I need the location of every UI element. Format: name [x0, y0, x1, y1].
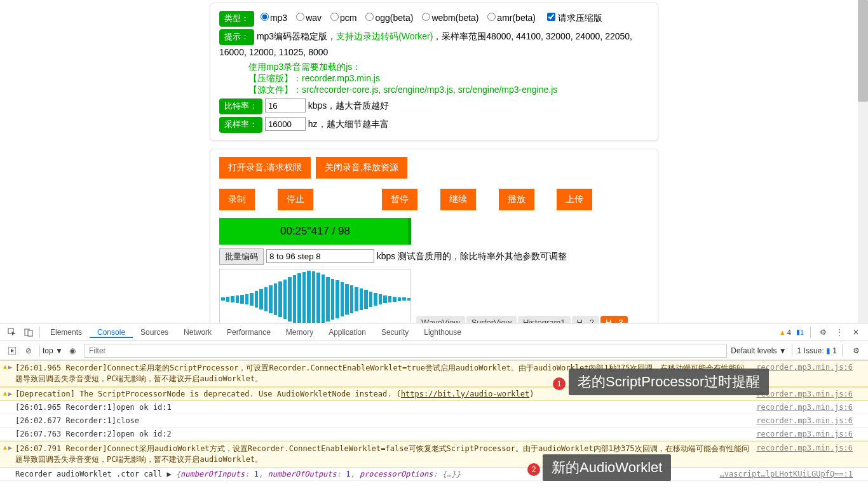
- pause-button[interactable]: 暂停: [382, 189, 417, 210]
- log-link[interactable]: https://bit.ly/audio-worklet: [401, 390, 529, 398]
- console-log-warn[interactable]: ▶[26:01.965 Recorder]Connect采用老的ScriptPr…: [0, 360, 868, 387]
- expand-arrow-icon[interactable]: ▶: [8, 444, 12, 451]
- js-needed-title: 使用mp3录音需要加载的js：: [248, 62, 649, 73]
- device-icon[interactable]: [23, 327, 34, 338]
- log-source-link[interactable]: recorder.mp3.min.js:6: [751, 403, 853, 412]
- scrollbar[interactable]: [858, 0, 868, 323]
- wave-bar: [383, 295, 387, 303]
- format-radio[interactable]: [365, 13, 374, 21]
- format-radio[interactable]: [296, 13, 304, 21]
- batch-step-input[interactable]: [266, 249, 374, 263]
- tab-h...3[interactable]: H...3: [600, 316, 628, 323]
- tab-waveview[interactable]: WaveView: [416, 316, 465, 323]
- devtools-tab-performance[interactable]: Performance: [219, 328, 278, 337]
- expand-arrow-icon[interactable]: ▶: [8, 390, 12, 397]
- format-option-mp3[interactable]: mp3: [257, 13, 287, 23]
- format-option-ogg(beta)[interactable]: ogg(beta): [362, 13, 413, 23]
- eye-icon[interactable]: ◉: [67, 345, 78, 356]
- gear-icon[interactable]: ⚙: [817, 327, 829, 338]
- log-source-link[interactable]: recorder.mp3.min.js:6: [751, 390, 853, 398]
- console-log-log[interactable]: [26:07.763 Recorder:2]open ok id:2record…: [0, 428, 868, 441]
- close-button[interactable]: 关闭录音,释放资源: [316, 157, 407, 179]
- wave-bar: [398, 297, 402, 301]
- wave-bar: [288, 277, 292, 322]
- play-button[interactable]: 播放: [499, 189, 534, 210]
- format-radio[interactable]: [422, 13, 430, 21]
- wave-bar: [326, 277, 330, 322]
- wave-bar: [316, 273, 320, 323]
- console-body[interactable]: ▶[26:01.965 Recorder]Connect采用老的ScriptPr…: [0, 360, 868, 488]
- log-source-link[interactable]: recorder.mp3.min.js:6: [751, 416, 853, 425]
- format-radio[interactable]: [330, 13, 339, 21]
- clear-console-icon[interactable]: ⊘: [23, 345, 34, 356]
- warning-count[interactable]: ▲4: [779, 329, 791, 336]
- js-source: 【源文件】：src/recorder-core.js, src/engine/m…: [248, 85, 649, 96]
- devtools-tab-sources[interactable]: Sources: [133, 328, 176, 337]
- record-button[interactable]: 录制: [219, 189, 255, 210]
- wave-bar: [360, 288, 363, 310]
- type-label: 类型：: [219, 11, 254, 27]
- format-option-wav[interactable]: wav: [292, 13, 322, 23]
- format-radio[interactable]: [487, 13, 496, 21]
- play-toggle-icon[interactable]: [6, 345, 18, 356]
- open-button[interactable]: 打开录音,请求权限: [219, 157, 311, 179]
- bitrate-label: 比特率：: [219, 98, 262, 114]
- devtools-tab-memory[interactable]: Memory: [278, 328, 321, 337]
- wave-bar: [364, 290, 368, 309]
- console-log-obj[interactable]: Recorder audioWorklet .ctor call ▶ {numb…: [0, 468, 868, 481]
- format-radio[interactable]: [261, 13, 269, 21]
- console-log-warn[interactable]: ▶[Deprecation] The ScriptProcessorNode i…: [0, 387, 868, 401]
- console-log-log[interactable]: [26:02.677 Recorder:1]closerecorder.mp3.…: [0, 414, 868, 428]
- devtools-tab-console[interactable]: Console: [90, 328, 133, 338]
- devtools-tab-lighthouse[interactable]: Lighthouse: [416, 328, 469, 337]
- context-select[interactable]: top ▼: [43, 346, 63, 355]
- format-option-pcm[interactable]: pcm: [327, 13, 356, 23]
- log-source-link[interactable]: recorder.mp3.min.js:6: [751, 363, 853, 384]
- wave-bar: [269, 285, 273, 313]
- upload-button[interactable]: 上传: [557, 189, 592, 210]
- message-count[interactable]: ▮ 1: [796, 328, 804, 336]
- tab-surferview[interactable]: SurferView: [466, 316, 517, 323]
- log-source-link[interactable]: recorder.mp3.min.js:6: [751, 430, 853, 438]
- controls-card: 打开录音,请求权限 关闭录音,释放资源 录制 停止 暂停 继续 播放 上传 00…: [210, 149, 658, 323]
- samplerate-input[interactable]: [265, 117, 306, 131]
- console-gear-icon[interactable]: ⚙: [850, 345, 862, 356]
- compress-label[interactable]: 请求压缩版: [547, 13, 602, 23]
- bitrate-input[interactable]: [265, 98, 306, 112]
- filter-input[interactable]: [85, 344, 727, 358]
- levels-select[interactable]: Default levels ▼: [731, 346, 786, 355]
- tab-h...2[interactable]: H...2: [572, 316, 599, 323]
- devtools-tab-application[interactable]: Application: [321, 328, 374, 337]
- samplerate-label: 采样率：: [219, 117, 262, 133]
- stop-button[interactable]: 停止: [278, 189, 313, 210]
- wave-bar: [388, 296, 392, 302]
- devtools-tab-elements[interactable]: Elements: [43, 328, 90, 337]
- log-source-link[interactable]: recorder.mp3.min.js:6: [751, 444, 853, 465]
- worker-link[interactable]: 支持边录边转码(Worker): [336, 31, 433, 41]
- scroll-thumb[interactable]: [858, 0, 868, 102]
- issues-badge[interactable]: 1 Issue: ▮ 1: [797, 346, 837, 355]
- tab-histogram1[interactable]: Histogram1: [518, 316, 570, 323]
- config-card: 类型： mp3wavpcmogg(beta)webm(beta)amr(beta…: [210, 3, 658, 141]
- wave-bar: [240, 295, 244, 304]
- format-option-webm(beta)[interactable]: webm(beta): [418, 13, 478, 23]
- hint-label: 提示：: [219, 29, 254, 45]
- timer-bar: 00:25"417 / 98: [219, 218, 411, 245]
- console-log-log[interactable]: [26:01.965 Recorder:1]open ok id:1record…: [0, 401, 868, 414]
- console-log-warn[interactable]: ▶[26:07.791 Recorder]Connect采用audioWorkl…: [0, 441, 868, 468]
- wave-bar: [407, 298, 411, 301]
- waveform-view: [219, 269, 411, 323]
- devtools-tab-network[interactable]: Network: [176, 328, 219, 337]
- resume-button[interactable]: 继续: [440, 189, 476, 210]
- devtools-tab-security[interactable]: Security: [374, 328, 416, 337]
- wave-bar: [336, 280, 339, 318]
- compress-checkbox[interactable]: [547, 13, 555, 21]
- more-icon[interactable]: ⋮: [834, 327, 845, 338]
- log-source-link[interactable]: …vascript…lpLHotKUiLGUpfQ==:1: [714, 470, 853, 478]
- close-icon[interactable]: ✕: [850, 327, 862, 338]
- wave-bar: [322, 274, 325, 323]
- batch-encode-button[interactable]: 批量编码: [219, 248, 264, 265]
- inspect-icon[interactable]: [6, 327, 18, 338]
- expand-arrow-icon[interactable]: ▶: [8, 363, 12, 370]
- format-option-amr(beta)[interactable]: amr(beta): [484, 13, 536, 23]
